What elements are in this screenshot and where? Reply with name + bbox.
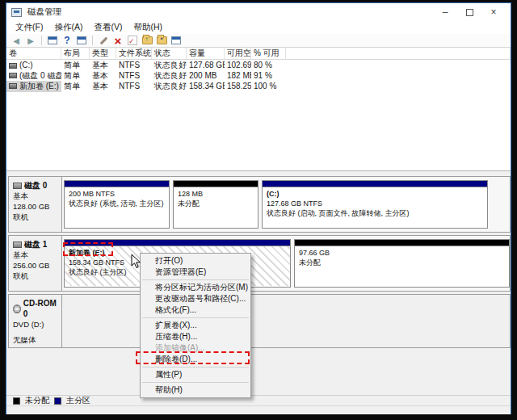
menu-file[interactable]: 文件(F) (10, 21, 48, 34)
mouse-cursor (131, 254, 141, 272)
cell-capacity: 127.68 GB (187, 61, 225, 69)
col-free-space[interactable]: 可用空间 (225, 48, 251, 59)
cell-type: 基本 (90, 70, 116, 82)
cell-free: 158.25 ... (225, 82, 251, 90)
wrench-icon[interactable] (97, 35, 110, 46)
menu-item-extend[interactable]: 扩展卷(X)... (141, 320, 250, 331)
col-status[interactable]: 状态 (152, 48, 187, 59)
cell-status: 状态良好 (... (152, 60, 187, 71)
window-title: 磁盘管理 (27, 6, 61, 18)
close-button[interactable]: × (481, 4, 506, 20)
table-row-e-selected[interactable]: 新加卷 (E:) 简单 基本 NTFS 状态良好 (... 158.34 GB … (6, 81, 511, 91)
disk0-label-panel[interactable]: 磁盘 0 基本 128.00 GB 联机 (9, 177, 62, 232)
partition-color-bar (263, 181, 487, 187)
partition-status: 状态良好 (启动, 页面文件, 故障转储, 主分区) (267, 208, 483, 218)
disk0-partition-system[interactable]: 200 MB NTFS 状态良好 (系统, 活动, 主分区) (64, 180, 170, 229)
console-window-icon[interactable] (46, 35, 59, 46)
partition-size: 200 MB NTFS (69, 189, 165, 199)
volume-icon (9, 63, 17, 69)
forward-icon[interactable] (24, 35, 37, 46)
col-layout[interactable]: 布局 (61, 48, 90, 59)
status-bar (6, 405, 511, 414)
cd-icon (13, 304, 21, 313)
cell-percent: 100 % (251, 82, 286, 90)
disk-management-app-icon (11, 8, 22, 17)
cell-free: 182 MB (225, 71, 251, 80)
disk0-unallocated[interactable]: 128 MB 未分配 (173, 180, 258, 229)
menu-bar: 文件(F) 操作(A) 查看(V) 帮助(H) (6, 21, 511, 34)
cell-type: 基本 (90, 60, 116, 71)
menu-help[interactable]: 帮助(H) (128, 21, 168, 34)
legend-primary-label: 主分区 (66, 395, 90, 406)
cell-percent: 91 % (251, 71, 286, 80)
volume-icon (9, 83, 17, 89)
cell-capacity: 200 MB (187, 71, 225, 80)
screenshot-stage: 磁盘管理 – × 文件(F) 操作(A) 查看(V) 帮助(H) (0, 0, 517, 420)
annotation-box-delete-volume (136, 351, 250, 364)
menu-item-explorer[interactable]: 资源管理器(E) (141, 267, 250, 278)
partition-size: 127.68 GB NTFS (267, 199, 483, 208)
properties-window-icon[interactable] (170, 35, 183, 46)
menu-separator (142, 279, 249, 280)
col-filesystem[interactable]: 文件系统 (116, 48, 152, 59)
cell-layout: 简单 (61, 70, 90, 82)
disk0-partition-c[interactable]: (C:) 127.68 GB NTFS 状态良好 (启动, 页面文件, 故障转储… (262, 180, 488, 229)
partition-color-bar (295, 240, 509, 246)
folder-mount-icon[interactable] (141, 35, 153, 46)
menu-item-change-letter[interactable]: 更改驱动器号和路径(C)... (141, 293, 250, 304)
cell-status: 状态良好 (... (152, 81, 187, 92)
partition-color-bar (65, 181, 169, 187)
legend-primary-swatch (54, 397, 61, 405)
menu-separator (142, 317, 249, 318)
menu-action[interactable]: 操作(A) (48, 21, 88, 34)
menu-item-mark-active[interactable]: 将分区标记为活动分区(M) (141, 282, 250, 293)
menu-item-format[interactable]: 格式化(F)... (141, 304, 250, 316)
disk1-size: 256.00 GB (13, 260, 57, 271)
menu-item-open[interactable]: 打开(O) (141, 255, 250, 267)
disk0-name: 磁盘 0 (24, 180, 47, 191)
check-document-icon[interactable] (126, 35, 139, 46)
cell-status: 状态良好 (... (152, 70, 187, 82)
menu-view[interactable]: 查看(V) (88, 21, 128, 34)
menu-item-properties[interactable]: 属性(P) (141, 369, 250, 380)
cdrom-drive: DVD (D:) (13, 319, 57, 330)
delete-volume-icon[interactable] (111, 35, 124, 46)
cdrom-row: CD-ROM 0 DVD (D:) 无媒体 (8, 294, 511, 348)
graphical-view: 磁盘 0 基本 128.00 GB 联机 200 MB NTFS 状态良好 (系… (6, 171, 511, 395)
back-icon[interactable] (10, 35, 23, 46)
col-empty (286, 48, 511, 59)
legend-unallocated-swatch (13, 397, 20, 405)
context-menu: 打开(O) 资源管理器(E) 将分区标记为活动分区(M) 更改驱动器号和路径(C… (140, 253, 251, 398)
disk1-state: 联机 (13, 271, 57, 281)
disk0-row: 磁盘 0 基本 128.00 GB 联机 200 MB NTFS 状态良好 (系… (8, 176, 511, 233)
disk1-label-panel[interactable]: 磁盘 1 基本 256.00 GB 联机 (9, 236, 62, 291)
col-percent-free[interactable]: % 可用 (251, 48, 286, 59)
partition-color-bar (174, 181, 258, 187)
disk0-size: 128.00 GB (13, 201, 57, 212)
volume-list: 卷 布局 类型 文件系统 状态 容量 可用空间 % 可用 (C:) 简单 基本 … (6, 48, 511, 171)
partition-status: 状态良好 (系统, 活动, 主分区) (69, 199, 165, 208)
help-icon[interactable] (61, 35, 74, 46)
minimize-button[interactable]: – (433, 4, 457, 20)
cdrom-label-panel[interactable]: CD-ROM 0 DVD (D:) 无媒体 (9, 295, 62, 347)
cell-capacity: 158.34 GB (187, 82, 225, 90)
col-type[interactable]: 类型 (90, 48, 116, 59)
toolbar (6, 34, 511, 48)
console-tree-icon[interactable] (75, 35, 88, 46)
table-row-disk0-part1[interactable]: (磁盘 0 磁盘分区 1) 简单 基本 NTFS 状态良好 (... 200 M… (6, 70, 511, 81)
maximize-button[interactable] (457, 4, 481, 20)
table-row-c[interactable]: (C:) 简单 基本 NTFS 状态良好 (... 127.68 GB 102.… (6, 60, 511, 70)
cell-layout: 简单 (61, 60, 90, 71)
cell-free: 102.69 ... (225, 61, 251, 69)
folder-explore-icon[interactable] (155, 35, 168, 46)
partition-size: 128 MB (178, 189, 254, 199)
cdrom-name: CD-ROM 0 (23, 298, 57, 319)
menu-item-help[interactable]: 帮助(H) (141, 384, 250, 396)
col-volume[interactable]: 卷 (6, 48, 61, 59)
menu-item-shrink[interactable]: 压缩卷(H)... (141, 331, 250, 342)
disk1-unallocated[interactable]: 97.66 GB 未分配 (294, 239, 510, 288)
cell-filesystem: NTFS (116, 61, 152, 69)
col-capacity[interactable]: 容量 (187, 48, 225, 59)
partition-status: 未分配 (299, 258, 505, 267)
toolbar-separator (92, 36, 93, 45)
